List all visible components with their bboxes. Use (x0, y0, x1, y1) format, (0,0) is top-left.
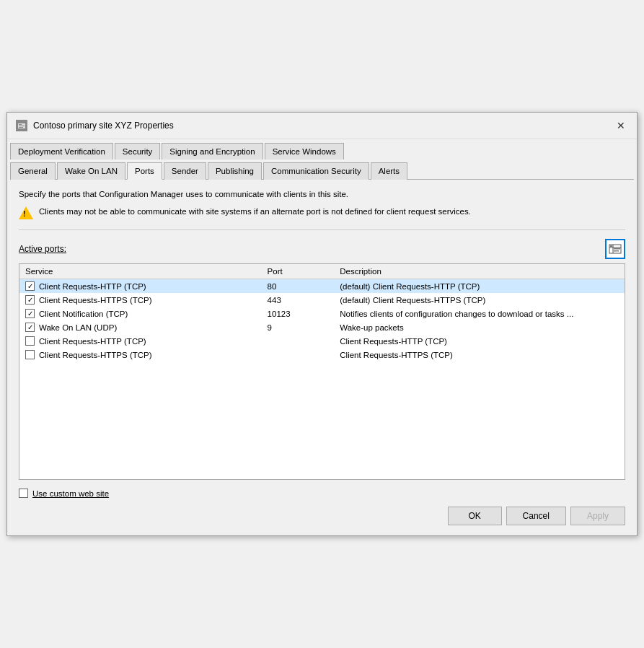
table-row[interactable]: Client Notification (TCP)10123Notifies c… (19, 307, 625, 320)
main-content: Specify the ports that Configuration Man… (7, 180, 637, 535)
service-label: Wake On LAN (UDP) (39, 323, 117, 332)
tab-wake-on-lan[interactable]: Wake On LAN (57, 162, 125, 180)
cell-port: 10123 (262, 307, 335, 320)
active-ports-label: Active ports: (19, 244, 66, 254)
cell-description: (default) Client Requests-HTTP (TCP) (334, 279, 625, 294)
custom-website-row: Use custom web site (19, 489, 625, 498)
ports-settings-button[interactable] (605, 239, 625, 259)
tab-publishing[interactable]: Publishing (208, 162, 262, 180)
cell-service: Client Requests-HTTPS (TCP) (19, 293, 262, 307)
warning-box: Clients may not be able to communicate w… (19, 206, 625, 221)
window-icon (16, 120, 27, 131)
cell-port: 9 (262, 320, 335, 334)
cell-service: Client Requests-HTTPS (TCP) (19, 348, 262, 362)
tabs-row2: General Wake On LAN Ports Sender Publish… (7, 159, 637, 179)
cell-description: Client Requests-HTTP (TCP) (334, 334, 625, 348)
custom-website-checkbox[interactable] (19, 489, 28, 498)
table-row[interactable]: Client Requests-HTTPS (TCP)Client Reques… (19, 348, 625, 362)
row-checkbox-3[interactable] (25, 323, 35, 332)
service-label: Client Requests-HTTP (TCP) (39, 282, 146, 291)
service-label: Client Requests-HTTP (TCP) (39, 337, 146, 346)
cell-service: Client Requests-HTTP (TCP) (19, 279, 262, 294)
titlebar: Contoso primary site XYZ Properties ✕ (7, 113, 637, 139)
window-title: Contoso primary site XYZ Properties (33, 121, 174, 131)
cell-description: Client Requests-HTTPS (TCP) (334, 348, 625, 362)
service-label: Client Requests-HTTPS (TCP) (39, 296, 152, 305)
cell-port (262, 334, 335, 348)
cancel-button[interactable]: Cancel (506, 507, 566, 525)
table-row[interactable]: Wake On LAN (UDP)9Wake-up packets (19, 320, 625, 334)
tabs-row1: Deployment Verification Security Signing… (7, 139, 637, 159)
ports-table: Service Port Description Client Requests… (19, 264, 625, 362)
table-row[interactable]: Client Requests-HTTP (TCP)Client Request… (19, 334, 625, 348)
warning-icon (19, 206, 33, 221)
cell-port: 80 (262, 279, 335, 294)
svg-rect-4 (19, 127, 23, 128)
svg-rect-8 (610, 245, 612, 247)
tab-signing-encryption[interactable]: Signing and Encryption (162, 143, 263, 159)
cell-description: Notifies clients of configuration change… (334, 307, 625, 320)
cell-service: Client Notification (TCP) (19, 307, 262, 320)
tab-sender[interactable]: Sender (164, 162, 206, 180)
row-checkbox-2[interactable] (25, 309, 35, 318)
col-service: Service (19, 264, 262, 279)
svg-rect-10 (614, 250, 619, 252)
ok-button[interactable]: OK (448, 507, 502, 525)
tab-service-windows[interactable]: Service Windows (265, 143, 344, 159)
svg-rect-2 (19, 124, 22, 125)
description-text: Specify the ports that Configuration Man… (19, 190, 625, 198)
cell-description: Wake-up packets (334, 320, 625, 334)
ports-table-container: Service Port Description Client Requests… (19, 263, 625, 480)
cell-service: Wake On LAN (UDP) (19, 320, 262, 334)
ports-header: Active ports: (19, 239, 625, 259)
row-checkbox-5[interactable] (25, 350, 35, 359)
apply-button[interactable]: Apply (570, 507, 625, 525)
settings-icon (609, 242, 622, 255)
table-row[interactable]: Client Requests-HTTP (TCP)80(default) Cl… (19, 279, 625, 294)
col-port: Port (262, 264, 335, 279)
tab-alerts[interactable]: Alerts (371, 162, 407, 180)
titlebar-left: Contoso primary site XYZ Properties (16, 120, 174, 131)
custom-website-label[interactable]: Use custom web site (32, 489, 109, 498)
cell-port (262, 348, 335, 362)
tab-deployment-verification[interactable]: Deployment Verification (10, 143, 113, 159)
cell-port: 443 (262, 293, 335, 307)
tab-general[interactable]: General (10, 162, 56, 180)
svg-rect-9 (614, 248, 620, 250)
properties-window: Contoso primary site XYZ Properties ✕ De… (6, 112, 638, 536)
row-checkbox-1[interactable] (25, 295, 35, 305)
col-description: Description (334, 264, 625, 279)
bottom-section: Use custom web site OK Cancel Apply (19, 489, 625, 525)
service-label: Client Notification (TCP) (39, 310, 128, 318)
tab-ports[interactable]: Ports (127, 162, 162, 180)
tab-communication-security[interactable]: Communication Security (263, 162, 369, 180)
close-button[interactable]: ✕ (614, 118, 628, 133)
warning-text: Clients may not be able to communicate w… (39, 206, 471, 218)
cell-description: (default) Client Requests-HTTPS (TCP) (334, 293, 625, 307)
row-checkbox-4[interactable] (25, 336, 35, 346)
table-row[interactable]: Client Requests-HTTPS (TCP)443(default) … (19, 293, 625, 307)
divider (19, 229, 625, 230)
button-row: OK Cancel Apply (19, 507, 625, 525)
cell-service: Client Requests-HTTP (TCP) (19, 334, 262, 348)
service-label: Client Requests-HTTPS (TCP) (39, 351, 152, 359)
row-checkbox-0[interactable] (25, 281, 35, 291)
table-header-row: Service Port Description (19, 264, 625, 279)
tab-security[interactable]: Security (115, 143, 161, 159)
svg-rect-3 (19, 126, 25, 126)
